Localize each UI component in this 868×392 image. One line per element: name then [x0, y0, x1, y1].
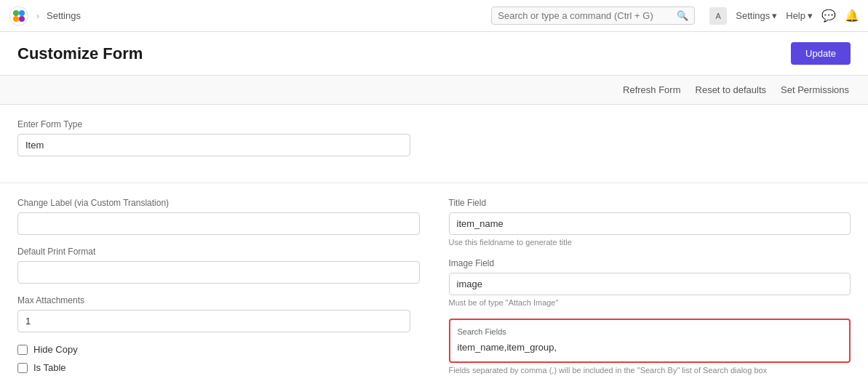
update-button[interactable]: Update: [791, 42, 851, 65]
default-print-format-label: Default Print Format: [17, 247, 420, 257]
app-logo: [9, 6, 29, 26]
change-label-input[interactable]: [17, 212, 420, 235]
enter-form-type-input[interactable]: [17, 134, 410, 156]
search-fields-label: Search Fields: [458, 327, 843, 336]
hide-copy-checkbox[interactable]: [17, 345, 28, 355]
change-label-row: Change Label (via Custom Translation): [17, 198, 420, 235]
svg-point-3: [13, 16, 19, 22]
hide-copy-label: Hide Copy: [33, 344, 78, 355]
max-attachments-label: Max Attachments: [17, 295, 420, 305]
page-header: Customize Form Update: [0, 32, 868, 76]
page-title: Customize Form: [17, 44, 143, 63]
search-fields-box: Search Fields: [449, 319, 851, 363]
help-label: Help: [786, 10, 805, 21]
breadcrumb-chevron: ›: [36, 11, 39, 21]
svg-point-0: [9, 7, 28, 25]
max-attachments-input[interactable]: [17, 310, 410, 332]
reset-defaults-button[interactable]: Reset to defaults: [694, 81, 768, 98]
title-field-input[interactable]: [449, 212, 851, 235]
refresh-form-button[interactable]: Refresh Form: [621, 81, 682, 98]
details-grid: Change Label (via Custom Translation) De…: [17, 198, 851, 386]
change-label-label: Change Label (via Custom Translation): [17, 198, 420, 208]
topnav: › Settings 🔍 A Settings ▾ Help ▾ 💬 🔔: [0, 0, 868, 32]
bell-icon[interactable]: 🔔: [845, 9, 859, 23]
is-table-row: Is Table: [17, 362, 420, 373]
help-chevron-icon: ▾: [808, 10, 813, 21]
help-menu[interactable]: Help ▾: [786, 10, 813, 21]
svg-point-2: [19, 10, 25, 16]
main-content: Enter Form Type Change Label (via Custom…: [0, 105, 868, 392]
is-table-checkbox[interactable]: [17, 363, 28, 373]
search-input[interactable]: [498, 10, 672, 21]
is-table-label: Is Table: [33, 362, 66, 373]
image-field-row: Image Field Must be of type "Attach Imag…: [449, 258, 851, 307]
avatar: A: [709, 7, 727, 25]
set-permissions-button[interactable]: Set Permissions: [779, 81, 851, 98]
search-fields-hint: Fields separated by comma (,) will be in…: [449, 366, 851, 375]
breadcrumb-settings[interactable]: Settings: [47, 10, 81, 21]
max-attachments-row: Max Attachments: [17, 295, 420, 332]
left-column: Change Label (via Custom Translation) De…: [17, 198, 420, 386]
chat-icon[interactable]: 💬: [821, 9, 836, 23]
search-fields-row: Search Fields Fields separated by comma …: [449, 319, 851, 375]
search-icon: 🔍: [677, 10, 688, 21]
settings-label: Settings: [736, 10, 770, 21]
toolbar-row: Refresh Form Reset to defaults Set Permi…: [0, 76, 868, 105]
topnav-right: A Settings ▾ Help ▾ 💬 🔔: [709, 7, 859, 25]
title-field-hint: Use this fieldname to generate title: [449, 238, 851, 247]
title-field-row: Title Field Use this fieldname to genera…: [449, 198, 851, 247]
image-field-input[interactable]: [449, 273, 851, 295]
enter-form-type-row: Enter Form Type: [17, 119, 410, 156]
details-section: Change Label (via Custom Translation) De…: [0, 183, 868, 392]
title-field-label: Title Field: [449, 198, 851, 208]
image-field-hint: Must be of type "Attach Image": [449, 298, 851, 307]
default-print-format-input[interactable]: [17, 261, 420, 284]
svg-point-4: [19, 16, 25, 22]
image-field-label: Image Field: [449, 258, 851, 268]
enter-form-type-label: Enter Form Type: [17, 119, 410, 129]
hide-copy-row: Hide Copy: [17, 344, 420, 355]
svg-point-1: [13, 10, 19, 16]
right-column: Title Field Use this fieldname to genera…: [449, 198, 851, 386]
settings-chevron-icon: ▾: [772, 10, 777, 21]
settings-menu[interactable]: Settings ▾: [736, 10, 777, 21]
global-search[interactable]: 🔍: [491, 7, 695, 25]
search-fields-input[interactable]: [458, 340, 843, 354]
default-print-format-row: Default Print Format: [17, 247, 420, 284]
form-type-section: Enter Form Type: [0, 105, 868, 183]
